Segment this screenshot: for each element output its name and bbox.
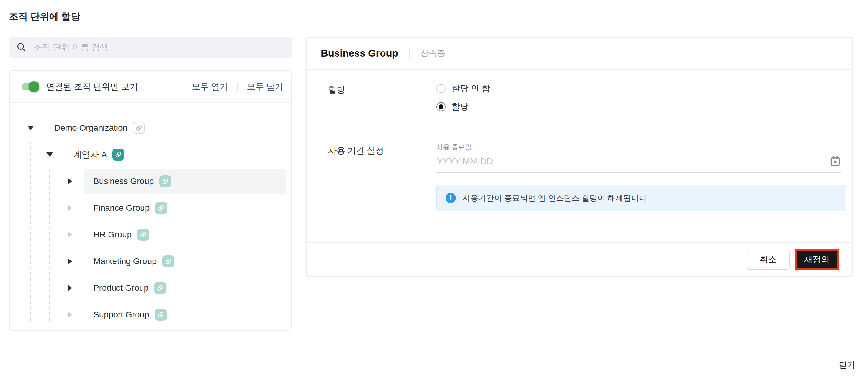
tree-row-hr-group[interactable]: HR Group [10, 221, 291, 248]
expand-arrow-icon[interactable] [64, 258, 76, 265]
link-icon [162, 255, 175, 267]
tree-node-label: HR Group [93, 230, 132, 240]
tree-row-marketing-group[interactable]: Marketing Group [10, 248, 291, 275]
tree-node-label: Business Group [93, 177, 154, 186]
assign-org-unit-page: 조직 단위에 할당 연결된 조직 단위만 보기 모두 열기 모두 닫기 Demo… [0, 0, 868, 382]
tree-row-product-group[interactable]: Product Group [10, 275, 291, 301]
close-button[interactable]: 닫기 [839, 359, 855, 371]
end-date-field[interactable] [436, 156, 841, 173]
radio-unchecked-icon[interactable] [436, 84, 445, 93]
radio-label: 할당 [452, 101, 469, 113]
tree-row-business-group[interactable]: Business Group [10, 168, 291, 195]
expand-arrow-icon[interactable] [64, 205, 76, 211]
detail-header: Business Group 상속중 [307, 38, 852, 70]
tree-row-demo-organization[interactable]: Demo Organization [10, 115, 291, 141]
end-date-input[interactable] [436, 156, 830, 167]
link-icon [133, 122, 145, 134]
info-message: 사용기간이 종료되면 앱 인스턴스 할당이 해제됩니다. [463, 193, 649, 203]
info-banner: i 사용기간이 종료되면 앱 인스턴스 할당이 해제됩니다. [436, 185, 845, 211]
assign-row: 할당 할당 안 함 할당 [328, 82, 852, 127]
detail-form: 할당 할당 안 함 할당 사용 기간 설정 사용 종료일 [307, 70, 852, 242]
org-tree: Demo Organization 계열사 A Business Group [10, 103, 291, 328]
tree-row-subsidiary-a[interactable]: 계열사 A [10, 141, 291, 168]
inheritance-status: 상속중 [421, 48, 445, 59]
expand-arrow-icon[interactable] [64, 311, 76, 318]
collapse-arrow-icon[interactable] [44, 153, 56, 157]
tree-row-support-group[interactable]: Support Group [10, 301, 291, 328]
detail-title: Business Group [321, 47, 398, 59]
expand-all-button[interactable]: 모두 열기 [192, 81, 228, 92]
tree-toolbar: 연결된 조직 단위만 보기 모두 열기 모두 닫기 [10, 71, 291, 103]
radio-option-no-assign[interactable]: 할당 안 함 [436, 82, 845, 95]
expand-arrow-icon[interactable] [64, 178, 76, 185]
usage-period-label: 사용 기간 설정 [328, 142, 436, 211]
assign-label: 할당 [328, 82, 436, 127]
header-separator [409, 48, 410, 59]
link-icon [154, 282, 166, 294]
usage-period-row: 사용 기간 설정 사용 종료일 i 사용기간이 종료되면 앱 인스턴스 할당이 … [328, 142, 852, 211]
expand-arrow-icon[interactable] [64, 231, 76, 238]
radio-checked-icon[interactable] [436, 102, 445, 111]
detail-footer: 취소 재정의 [307, 242, 852, 276]
end-date-label: 사용 종료일 [436, 142, 845, 152]
toolbar-separator [237, 82, 238, 92]
expand-arrow-icon[interactable] [64, 285, 76, 291]
link-icon [155, 202, 167, 214]
tree-node-label: Demo Organization [54, 123, 127, 133]
tree-node-label: 계열사 A [73, 149, 107, 160]
tree-node-label: Finance Group [93, 203, 150, 213]
tree-row-finance-group[interactable]: Finance Group [10, 195, 291, 221]
page-title: 조직 단위에 할당 [9, 10, 80, 23]
radio-label: 할당 안 함 [452, 83, 490, 94]
info-icon: i [445, 193, 456, 203]
link-icon [112, 149, 124, 161]
connected-only-label: 연결된 조직 단위만 보기 [46, 81, 138, 92]
connected-only-toggle[interactable] [22, 83, 38, 90]
org-tree-panel: 연결된 조직 단위만 보기 모두 열기 모두 닫기 Demo Organizat… [9, 70, 292, 331]
link-icon [137, 229, 149, 241]
calendar-icon[interactable] [830, 156, 841, 167]
radio-option-assign[interactable]: 할당 [436, 100, 845, 114]
collapse-arrow-icon[interactable] [25, 126, 37, 130]
org-unit-search[interactable] [9, 37, 292, 58]
search-input[interactable] [33, 42, 284, 53]
toggle-knob [29, 81, 39, 92]
tree-node-label: Marketing Group [93, 256, 157, 266]
tree-node-label: Support Group [93, 310, 149, 320]
link-icon [159, 175, 172, 187]
search-icon [17, 42, 27, 53]
field-divider [436, 127, 841, 127]
override-button[interactable]: 재정의 [797, 251, 837, 268]
tree-node-label: Product Group [93, 283, 149, 293]
collapse-all-button[interactable]: 모두 닫기 [247, 81, 283, 92]
org-unit-detail-panel: Business Group 상속중 할당 할당 안 함 할당 [306, 37, 853, 277]
panel-divider [298, 37, 298, 333]
link-icon [155, 309, 167, 321]
override-button-highlight: 재정의 [795, 249, 839, 270]
cancel-button[interactable]: 취소 [747, 250, 790, 269]
